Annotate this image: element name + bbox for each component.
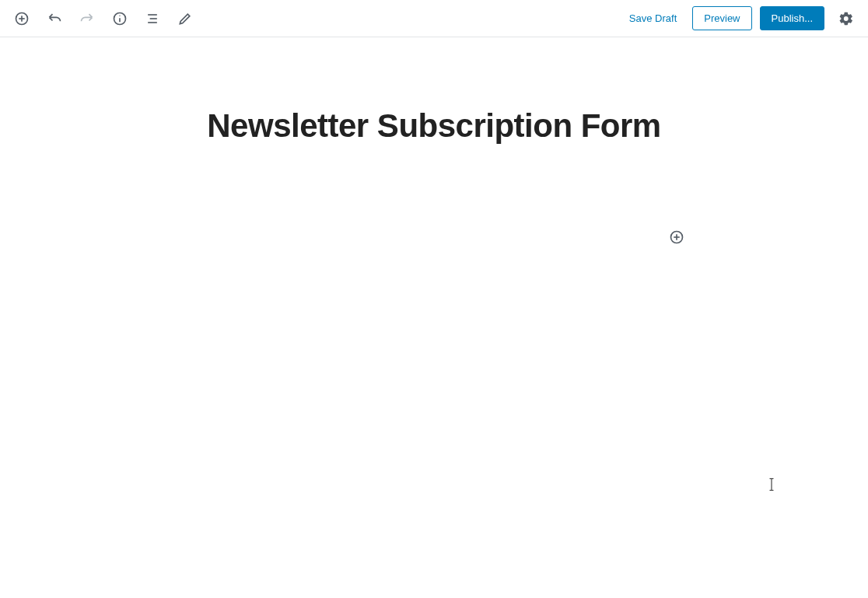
settings-button[interactable] (832, 5, 860, 33)
content-structure-icon (145, 11, 160, 26)
block-navigation-button[interactable] (138, 5, 166, 33)
gear-icon (838, 11, 854, 26)
plus-circle-icon (14, 11, 30, 26)
toolbar-right-group: Save Draft Preview Publish... (621, 5, 860, 33)
pencil-icon (177, 11, 193, 26)
plus-circle-icon (669, 229, 684, 245)
editor-canvas[interactable]: Newsletter Subscription Form (0, 37, 868, 145)
undo-button[interactable] (40, 5, 68, 33)
redo-button[interactable] (73, 5, 101, 33)
save-draft-button[interactable]: Save Draft (621, 6, 684, 30)
preview-button[interactable]: Preview (692, 6, 751, 30)
post-title-input[interactable]: Newsletter Subscription Form (185, 107, 683, 145)
edit-mode-button[interactable] (171, 5, 199, 33)
add-block-button[interactable] (8, 5, 36, 33)
undo-icon (47, 11, 62, 26)
redo-icon (79, 11, 95, 26)
text-caret-indicator (768, 477, 770, 491)
inline-add-block-button[interactable] (667, 228, 686, 247)
info-icon (112, 11, 128, 26)
svg-point-5 (119, 15, 120, 16)
editor-top-toolbar: Save Draft Preview Publish... (0, 0, 868, 37)
publish-button[interactable]: Publish... (760, 6, 824, 30)
content-info-button[interactable] (106, 5, 134, 33)
toolbar-left-group (8, 5, 199, 33)
